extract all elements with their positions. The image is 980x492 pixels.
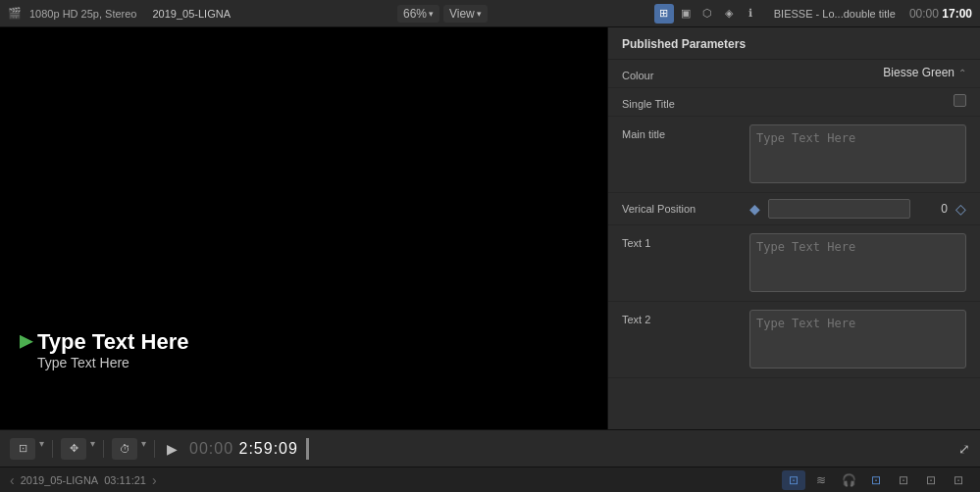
status-icon-audio2[interactable]: ≋ bbox=[809, 470, 833, 490]
status-icon-clip1[interactable]: ⊡ bbox=[892, 470, 915, 490]
status-icon-headphones[interactable]: 🎧 bbox=[837, 470, 860, 490]
green-play-icon bbox=[20, 335, 33, 349]
top-bar-left: 🎬 1080p HD 25p, Stereo 2019_05-LIGNA bbox=[8, 7, 231, 20]
video-area: Type Text Here Type Text Here bbox=[0, 27, 607, 429]
separator-2 bbox=[103, 440, 104, 458]
colour-row: Colour Biesse Green ⌃ bbox=[608, 60, 980, 88]
separator-3 bbox=[154, 440, 155, 458]
inspector-icon-4[interactable]: ◈ bbox=[719, 4, 739, 24]
single-title-row: Single Title bbox=[608, 88, 980, 117]
play-button[interactable]: ▶ bbox=[163, 439, 181, 459]
status-project-name: 2019_05-LIGNA bbox=[21, 474, 99, 486]
colour-label: Colour bbox=[622, 66, 749, 81]
transport-time-duration: 2:59:09 bbox=[239, 440, 298, 457]
inspector-icon-info[interactable]: ℹ bbox=[741, 4, 760, 24]
single-title-checkbox[interactable] bbox=[954, 94, 966, 107]
inspector-title-label: BIESSE - Lo...double title bbox=[774, 8, 896, 20]
view-mode-icon[interactable]: ⊡ bbox=[10, 438, 35, 460]
text1-label: Text 1 bbox=[622, 233, 749, 249]
status-icon-clip3[interactable]: ⊡ bbox=[947, 470, 970, 490]
main-title-label: Main title bbox=[622, 124, 749, 140]
zoom-chevron-icon: ▾ bbox=[429, 9, 434, 19]
position-diamond-icon: ◆ bbox=[749, 201, 760, 217]
top-bar: 🎬 1080p HD 25p, Stereo 2019_05-LIGNA 66%… bbox=[0, 0, 980, 27]
right-panel: Published Parameters Colour Biesse Green… bbox=[607, 27, 980, 429]
view-chevron-icon: ▾ bbox=[477, 9, 482, 19]
vertical-position-label: Verical Position bbox=[622, 199, 749, 215]
overlay-sub-text: Type Text Here bbox=[37, 355, 129, 370]
text2-input[interactable] bbox=[749, 310, 966, 369]
main-content: Type Text Here Type Text Here Published … bbox=[0, 27, 980, 429]
main-title-value bbox=[749, 124, 966, 186]
zoom-control[interactable]: 66% ▾ bbox=[397, 5, 439, 23]
vertical-position-value: ◆ 0 ◇ bbox=[749, 199, 966, 219]
inspector-icon-2[interactable]: ▣ bbox=[676, 4, 696, 24]
speed-icons: ⏱ ▾ bbox=[112, 438, 146, 460]
video-canvas: Type Text Here Type Text Here bbox=[0, 27, 607, 429]
view-control[interactable]: View ▾ bbox=[443, 5, 488, 23]
inspector-icon-3[interactable]: ⬡ bbox=[697, 4, 717, 24]
vertical-position-row: Verical Position ◆ 0 ◇ bbox=[608, 193, 980, 225]
status-left: ‹ 2019_05-LIGNA 03:11:21 › bbox=[10, 472, 157, 488]
single-title-label: Single Title bbox=[622, 94, 749, 110]
time-elapsed: 00:00 bbox=[909, 7, 939, 21]
separator-1 bbox=[52, 440, 53, 458]
top-bar-center: 66% ▾ View ▾ bbox=[231, 5, 654, 23]
expand-button[interactable]: ⤢ bbox=[958, 441, 970, 457]
transport-time: 00:00 2:59:09 bbox=[189, 440, 298, 458]
time-display: 00:00 17:00 bbox=[909, 7, 972, 21]
status-icon-clip2[interactable]: ⊡ bbox=[919, 470, 943, 490]
position-arrow-icon: ◇ bbox=[955, 201, 966, 217]
project-name-label: 2019_05-LIGNA bbox=[152, 8, 231, 20]
status-timecode: 03:11:21 bbox=[104, 474, 146, 486]
view-mode-chevron-icon[interactable]: ▾ bbox=[39, 438, 44, 460]
transform-chevron-icon[interactable]: ▾ bbox=[90, 438, 95, 460]
timeline-position-bar bbox=[306, 438, 309, 460]
top-bar-right: ⊞ ▣ ⬡ ◈ ℹ BIESSE - Lo...double title 00:… bbox=[654, 4, 972, 24]
inspector-icon-1[interactable]: ⊞ bbox=[654, 4, 674, 24]
text1-row: Text 1 bbox=[608, 225, 980, 302]
colour-chevron-icon: ⌃ bbox=[958, 68, 966, 78]
panel-title: Published Parameters bbox=[608, 27, 980, 60]
colour-value-text: Biesse Green bbox=[883, 66, 954, 79]
transform-icon[interactable]: ✥ bbox=[61, 438, 86, 460]
transport-left-icons: ⊡ ▾ bbox=[10, 438, 44, 460]
status-icon-link[interactable]: ⊡ bbox=[864, 470, 888, 490]
time-duration: 17:00 bbox=[942, 7, 972, 21]
resolution-label: 1080p HD 25p, Stereo bbox=[29, 8, 136, 20]
single-title-value bbox=[749, 94, 966, 107]
main-title-row: Main title bbox=[608, 117, 980, 193]
text2-label: Text 2 bbox=[622, 310, 749, 325]
zoom-value: 66% bbox=[403, 7, 427, 21]
speed-icon[interactable]: ⏱ bbox=[112, 438, 137, 460]
text1-value bbox=[749, 233, 966, 295]
status-icon-audio1[interactable]: ⊡ bbox=[782, 470, 805, 490]
status-right: ⊡ ≋ 🎧 ⊡ ⊡ ⊡ ⊡ bbox=[782, 470, 970, 490]
colour-selector[interactable]: Biesse Green ⌃ bbox=[749, 66, 966, 79]
position-slider[interactable] bbox=[768, 199, 910, 219]
transport-elapsed: 00:00 bbox=[189, 440, 233, 457]
main-title-input[interactable] bbox=[749, 124, 966, 183]
status-prev-button[interactable]: ‹ bbox=[10, 472, 15, 488]
overlay-main-text: Type Text Here bbox=[37, 329, 188, 355]
transform-icons: ✥ ▾ bbox=[61, 438, 95, 460]
inspector-icons: ⊞ ▣ ⬡ ◈ ℹ bbox=[654, 4, 760, 24]
status-next-button[interactable]: › bbox=[152, 472, 157, 488]
text1-input[interactable] bbox=[749, 233, 966, 292]
status-bar: ‹ 2019_05-LIGNA 03:11:21 › ⊡ ≋ 🎧 ⊡ ⊡ ⊡ ⊡ bbox=[0, 467, 980, 492]
colour-value-container: Biesse Green ⌃ bbox=[749, 66, 966, 79]
film-icon: 🎬 bbox=[8, 7, 22, 20]
text-overlay: Type Text Here Type Text Here bbox=[20, 329, 188, 370]
view-label: View bbox=[449, 7, 475, 21]
position-number-value: 0 bbox=[918, 202, 948, 216]
speed-chevron-icon[interactable]: ▾ bbox=[141, 438, 146, 460]
text2-value bbox=[749, 310, 966, 371]
text2-row: Text 2 bbox=[608, 302, 980, 378]
bottom-transport: ⊡ ▾ ✥ ▾ ⏱ ▾ ▶ 00:00 2:59:09 ⤢ bbox=[0, 429, 980, 467]
